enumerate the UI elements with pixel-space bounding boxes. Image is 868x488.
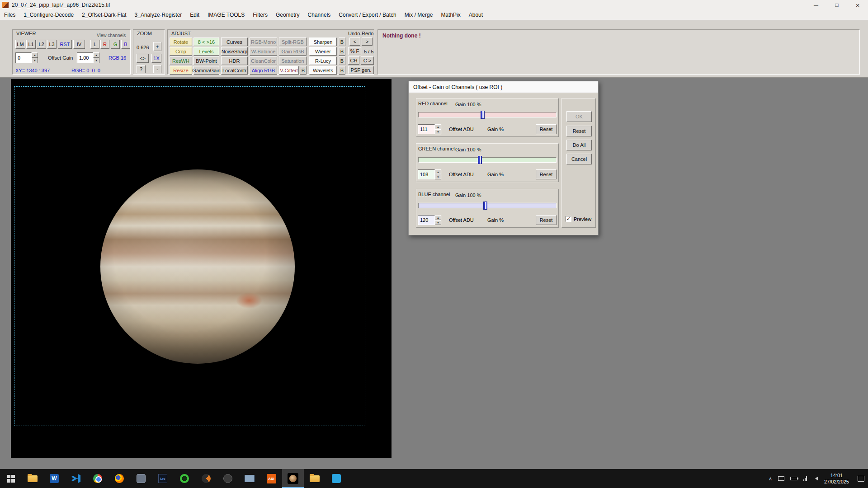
- spin-down-icon[interactable]: [93, 58, 99, 63]
- menu-geometry[interactable]: Geometry: [272, 12, 304, 18]
- c-forward-button[interactable]: C >: [361, 56, 374, 65]
- volume-icon[interactable]: [813, 476, 818, 481]
- menu-filters[interactable]: Filters: [249, 12, 272, 18]
- saturation-button[interactable]: Saturation: [279, 56, 307, 65]
- zoom-in-button[interactable]: +: [153, 42, 161, 51]
- reset-all-button[interactable]: Reset: [566, 126, 592, 136]
- v-cittert-button[interactable]: V-Cittert: [279, 66, 299, 75]
- notification-center-icon[interactable]: [858, 476, 864, 482]
- taskbar-app-astro-tool[interactable]: [217, 469, 239, 488]
- taskbar-app-file-explorer-2[interactable]: [304, 469, 326, 488]
- crop-button[interactable]: Crop: [170, 47, 192, 56]
- blue-slider-handle[interactable]: [483, 202, 487, 210]
- taskbar-app-asi-studio[interactable]: ASI: [260, 469, 282, 488]
- spin-up-icon[interactable]: [435, 169, 441, 174]
- display-tray-icon[interactable]: [778, 476, 784, 481]
- green-gain-slider[interactable]: [418, 157, 557, 163]
- ch-button[interactable]: CH: [348, 56, 359, 65]
- undo-button[interactable]: <: [349, 38, 360, 46]
- minimize-button[interactable]: [806, 0, 826, 10]
- tray-expand-icon[interactable]: [769, 475, 772, 482]
- wiener-b-button[interactable]: B: [339, 47, 345, 56]
- blue-gain-input[interactable]: [418, 215, 435, 225]
- menu-files[interactable]: Files: [0, 12, 19, 18]
- preview-checkbox[interactable]: [566, 216, 571, 222]
- spin-up-icon[interactable]: [435, 215, 441, 220]
- spin-down-icon[interactable]: [32, 58, 38, 63]
- sharpen-button[interactable]: Sharpen: [309, 38, 337, 46]
- split-rgb-button[interactable]: Split-RGB: [279, 38, 307, 46]
- menu-convert-export-batch[interactable]: Convert / Export / Batch: [335, 12, 400, 18]
- localcontr-button[interactable]: LocalContr: [221, 66, 248, 75]
- zoom-1x-button[interactable]: 1X: [151, 54, 161, 63]
- spin-up-icon[interactable]: [93, 52, 99, 58]
- red-gain-slider[interactable]: [418, 112, 557, 117]
- taskbar-app-pipp[interactable]: [130, 469, 152, 488]
- v-cittert-b-button[interactable]: B: [300, 66, 307, 75]
- bit-convert-button[interactable]: 8 < >16: [193, 38, 219, 46]
- wiener-button[interactable]: Wiener: [309, 47, 337, 56]
- rotate-button[interactable]: Rotate: [170, 38, 192, 46]
- channel-l-button[interactable]: L: [90, 40, 99, 49]
- noisesharp-button[interactable]: NoiseSharp: [221, 47, 248, 56]
- blue-reset-button[interactable]: Reset: [536, 215, 557, 225]
- viewer-l2-button[interactable]: L2: [37, 40, 46, 49]
- w-balance-button[interactable]: W-Balance: [250, 47, 277, 56]
- menu-mathpix[interactable]: MathPix: [437, 12, 464, 18]
- network-icon[interactable]: [803, 476, 807, 481]
- taskbar-app-sharpcap[interactable]: [174, 469, 195, 488]
- maximize-button[interactable]: [826, 0, 847, 10]
- dialog-titlebar[interactable]: Offset - Gain of Channels ( use ROI ): [409, 81, 598, 93]
- percent-f-button[interactable]: % F: [348, 47, 361, 55]
- taskbar-app-file-explorer[interactable]: [22, 469, 43, 488]
- taskbar-app-lightroom[interactable]: Lrc: [152, 469, 174, 488]
- menu-mix-merge[interactable]: Mix / Merge: [401, 12, 437, 18]
- redo-button[interactable]: >: [362, 38, 373, 46]
- viewer-offset-input[interactable]: [15, 52, 32, 63]
- cleancolor-button[interactable]: CleanColor: [250, 56, 277, 65]
- taskbar-app-word[interactable]: W: [43, 469, 65, 488]
- sharpen-b-button[interactable]: B: [339, 38, 345, 46]
- taskbar-app-astrosurface[interactable]: [282, 469, 304, 488]
- viewer-l1-button[interactable]: L1: [26, 40, 36, 49]
- spin-down-icon[interactable]: [435, 129, 441, 134]
- resize-button[interactable]: Resize: [170, 66, 192, 75]
- taskbar-app-autostakkert[interactable]: [195, 469, 217, 488]
- bw-point-button[interactable]: BW-Point: [193, 56, 219, 65]
- menu-edit[interactable]: Edit: [186, 12, 203, 18]
- r-lucy-b-button[interactable]: B: [339, 56, 345, 65]
- menu-image-tools[interactable]: IMAGE TOOLS: [203, 12, 249, 18]
- zoom-fit-button[interactable]: <>: [137, 54, 149, 63]
- image-canvas[interactable]: [11, 79, 392, 458]
- zoom-help-button[interactable]: ?: [137, 65, 146, 73]
- wavelets-b-button[interactable]: B: [339, 66, 345, 75]
- viewer-lm-button[interactable]: LM: [15, 40, 25, 49]
- gammagain-button[interactable]: GammaGain: [193, 66, 219, 75]
- align-rgb-button[interactable]: Align RGB: [250, 66, 277, 75]
- viewer-iv-button[interactable]: IV: [73, 40, 85, 49]
- close-button[interactable]: [847, 0, 868, 10]
- channel-b-button[interactable]: B: [121, 40, 130, 49]
- r-lucy-button[interactable]: R-Lucy: [309, 56, 337, 65]
- red-gain-input[interactable]: [418, 124, 435, 134]
- channel-g-button[interactable]: G: [111, 40, 120, 49]
- channel-r-button[interactable]: R: [100, 40, 109, 49]
- taskbar-clock[interactable]: 14:01 27/02/2025: [824, 472, 849, 485]
- menu-configure-decode[interactable]: 1_Configure-Decode: [19, 12, 78, 18]
- viewer-l3-button[interactable]: L3: [47, 40, 57, 49]
- menu-about[interactable]: About: [465, 12, 487, 18]
- cancel-button[interactable]: Cancel: [566, 154, 592, 164]
- start-button[interactable]: [0, 469, 22, 488]
- curves-button[interactable]: Curves: [221, 38, 248, 46]
- ok-button[interactable]: OK: [566, 111, 592, 122]
- spin-up-icon[interactable]: [32, 52, 38, 58]
- psf-gen-button[interactable]: PSF gen.: [348, 66, 374, 74]
- menu-offset-dark-flat[interactable]: 2_Offset-Dark-Flat: [78, 12, 130, 18]
- reswh-button[interactable]: ResWH: [170, 56, 192, 65]
- viewer-gain-input[interactable]: [77, 52, 93, 63]
- spin-up-icon[interactable]: [435, 124, 441, 129]
- gain-rgb-button[interactable]: Gain RGB: [279, 47, 307, 56]
- green-gain-input[interactable]: [418, 169, 435, 179]
- rgb-mono-button[interactable]: RGB-Mono: [250, 38, 277, 46]
- spin-down-icon[interactable]: [435, 174, 441, 179]
